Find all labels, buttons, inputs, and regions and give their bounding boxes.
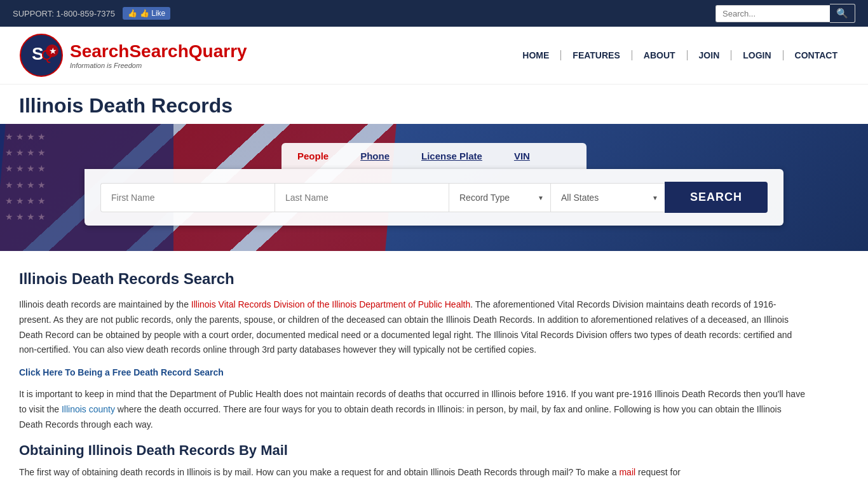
- content-paragraph-1: Illinois death records are maintained by…: [19, 297, 807, 358]
- nav-contact[interactable]: CONTACT: [783, 50, 849, 60]
- vital-records-link[interactable]: Illinois Vital Records Division of the I…: [191, 299, 470, 309]
- logo-icon: S Q ★: [19, 33, 64, 78]
- top-search-bar: 🔍: [715, 4, 855, 23]
- states-wrapper: All States Illinois Alabama Alaska Arizo…: [550, 183, 665, 212]
- content-paragraph-3: The first way of obtaining death records…: [19, 465, 807, 480]
- logo-text: SearchSearchQuarry Information is Freedo…: [70, 41, 247, 69]
- nav-features[interactable]: FEATURES: [561, 50, 632, 60]
- search-button[interactable]: SEARCH: [665, 182, 768, 213]
- hero-content: People Phone License Plate VIN Record Ty…: [0, 143, 868, 226]
- top-bar-left: SUPPORT: 1-800-859-7375 👍 👍 Like: [13, 7, 170, 20]
- content-paragraph-2: It is important to keep in mind that the…: [19, 387, 807, 432]
- nav-about[interactable]: ABOUT: [632, 50, 688, 60]
- page-title: Illinois Death Records: [19, 94, 849, 118]
- fb-thumb-icon: 👍: [128, 9, 137, 18]
- p3-text-end: request for: [635, 467, 681, 477]
- nav-login[interactable]: LOGIN: [731, 50, 783, 60]
- record-type-wrapper: Record Type Death Records Birth Records …: [449, 183, 550, 212]
- states-select[interactable]: All States Illinois Alabama Alaska Arizo…: [550, 183, 665, 212]
- first-name-input[interactable]: [100, 183, 275, 212]
- search-form: Record Type Death Records Birth Records …: [85, 169, 783, 226]
- nav-home[interactable]: HOME: [511, 50, 561, 60]
- main-content: Illinois Death Records Search Illinois d…: [0, 251, 826, 488]
- record-type-select[interactable]: Record Type Death Records Birth Records …: [449, 183, 550, 212]
- logo-brand: SearchSearchQuarry: [70, 41, 247, 62]
- tab-license-plate[interactable]: License Plate: [405, 143, 498, 169]
- support-text: SUPPORT: 1-800-859-7375: [13, 9, 115, 18]
- tab-vin[interactable]: VIN: [498, 143, 546, 169]
- search-tabs: People Phone License Plate VIN: [281, 143, 587, 169]
- logo: S Q ★ SearchSearchQuarry Information is …: [19, 33, 247, 78]
- tab-phone[interactable]: Phone: [344, 143, 405, 169]
- svg-text:★: ★: [49, 46, 57, 56]
- section-2-title: Obtaining Illinois Death Records By Mail: [19, 442, 807, 459]
- fb-like-button[interactable]: 👍 👍 Like: [123, 7, 170, 20]
- nav-join[interactable]: JOIN: [688, 50, 732, 60]
- p3-text-start: The first way of obtaining death records…: [19, 467, 619, 477]
- logo-tagline: Information is Freedom: [70, 62, 247, 69]
- mail-link[interactable]: mail: [619, 467, 635, 477]
- page-title-section: Illinois Death Records: [0, 85, 868, 124]
- top-search-button[interactable]: 🔍: [830, 4, 855, 23]
- p2-text-after: where the death occurred. There are four…: [19, 404, 782, 430]
- top-bar: SUPPORT: 1-800-859-7375 👍 👍 Like 🔍: [0, 0, 868, 27]
- fb-like-label: 👍 Like: [140, 9, 165, 18]
- last-name-input[interactable]: [275, 183, 449, 212]
- tab-people[interactable]: People: [281, 143, 344, 169]
- top-search-input[interactable]: [715, 5, 830, 22]
- main-nav: HOME FEATURES ABOUT JOIN LOGIN CONTACT: [511, 50, 849, 60]
- hero-banner: ★ ★ ★ ★★ ★ ★ ★★ ★ ★ ★★ ★ ★ ★★ ★ ★ ★★ ★ ★…: [0, 124, 868, 251]
- free-search-link[interactable]: Click Here To Being a Free Death Record …: [19, 367, 807, 377]
- content-main-title: Illinois Death Records Search: [19, 270, 807, 288]
- illinois-county-link[interactable]: Illinois county: [62, 404, 115, 414]
- header: S Q ★ SearchSearchQuarry Information is …: [0, 27, 868, 85]
- p1-text-before: Illinois death records are maintained by…: [19, 299, 191, 309]
